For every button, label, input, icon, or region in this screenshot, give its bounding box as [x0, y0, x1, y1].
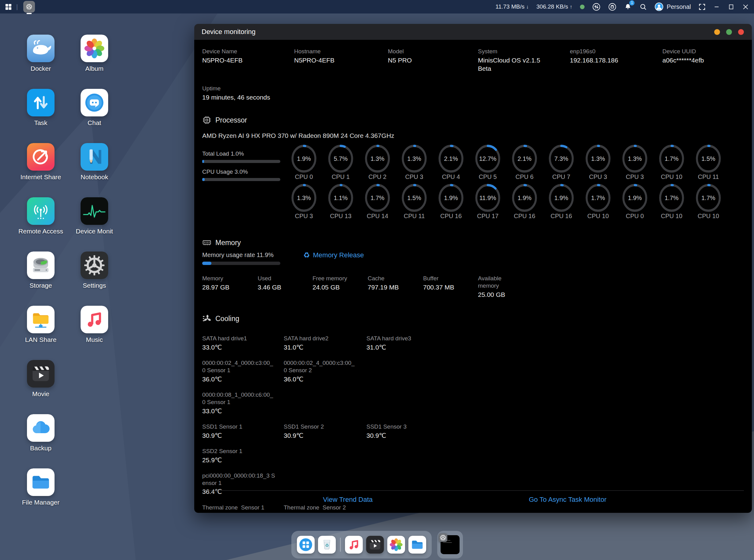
- account-name[interactable]: Personal: [667, 3, 691, 11]
- cpu-core-label: CPU 5: [469, 174, 506, 180]
- cpu-core-label: CPU 1: [322, 174, 359, 180]
- desktop-icon-settings[interactable]: Settings: [67, 252, 121, 289]
- desktop-icon-backup[interactable]: Backup: [14, 414, 68, 452]
- memory-stat-label: Used: [258, 275, 293, 282]
- dock-movie-icon[interactable]: [366, 536, 384, 554]
- cpu-core-gauge: 1.3%CPU 3: [580, 144, 616, 180]
- memory-stat-item: Buffer700.37 MB: [423, 275, 478, 299]
- desktop-icon-label: Docker: [14, 65, 68, 72]
- async-task-monitor-link[interactable]: Go To Async Task Monitor: [529, 496, 607, 504]
- cpu-core-gauge: 1.9%CPU 0: [285, 144, 322, 180]
- cooling-sensor-value: 31.0℃: [366, 343, 744, 352]
- desktop-icon-label: Notebook: [67, 174, 121, 181]
- traffic-light-orange[interactable]: [714, 29, 720, 35]
- desktop-icon-label: Storage: [14, 282, 68, 289]
- desktop-icon-label: Settings: [67, 282, 121, 289]
- cpu-core-gauge: 1.3%CPU 3: [285, 183, 322, 220]
- desktop-icon-internet-share[interactable]: Internet Share: [14, 143, 68, 181]
- cpu-core-label: CPU 13: [322, 213, 359, 220]
- desktop-icon-task[interactable]: Task: [14, 89, 68, 126]
- container-status-icon[interactable]: [608, 3, 616, 11]
- desktop-icon-lan-share[interactable]: LAN Share: [14, 306, 68, 343]
- cooling-sensor-label: pci0000:00_0000:00:18_3 Sensor 1: [202, 472, 276, 487]
- memory-usage-label: Memory usage rate 11.9%: [202, 252, 744, 259]
- close-button[interactable]: [742, 3, 749, 11]
- internet-share-icon: [27, 143, 55, 171]
- search-icon[interactable]: [639, 3, 647, 11]
- cooling-sensor-value: 36.0℃: [202, 375, 284, 383]
- gear-icon: [439, 533, 447, 542]
- desktop-icon-label: Remote Access: [14, 227, 68, 235]
- maximize-button[interactable]: [728, 3, 734, 10]
- cooling-sensor-value: 30.9℃: [202, 431, 284, 440]
- cpu-core-label: CPU 10: [653, 213, 690, 220]
- network-upload-speed: 306.28 KB/s ↑: [536, 3, 572, 10]
- desktop-icon-notebook[interactable]: Notebook: [67, 143, 121, 181]
- minimize-button[interactable]: [713, 3, 720, 10]
- cpu-core-label: CPU 0: [616, 213, 653, 220]
- cpu-core-gauge: 2.1%CPU 6: [506, 144, 543, 180]
- dock-album-icon[interactable]: [387, 536, 405, 554]
- transfer-status-icon[interactable]: [592, 3, 600, 11]
- processor-heading: Processor: [215, 116, 247, 124]
- device-info-label: Model: [388, 48, 478, 55]
- notifications-bell-icon[interactable]: 1: [624, 3, 632, 11]
- cooling-sensor-item: SSD1 Sensor 330.9℃: [366, 423, 744, 440]
- task-icon: [27, 89, 55, 116]
- desktop-icon-remote-access[interactable]: Remote Access: [14, 197, 68, 235]
- cooling-sensor-value: 36.0℃: [284, 375, 366, 383]
- cpu-gauges-area: Total Load 1.0% CPU Usage 3.0% 1.9%CPU 0…: [202, 144, 744, 223]
- dock-music-icon[interactable]: [345, 536, 363, 554]
- memory-stat-value: 700.37 MB: [423, 283, 478, 291]
- desktop-icon-file-manager[interactable]: File Manager: [14, 468, 68, 506]
- status-dot-icon[interactable]: [580, 5, 584, 9]
- cpu-core-gauge: 12.7%CPU 5: [469, 144, 506, 180]
- fullscreen-icon[interactable]: [698, 3, 706, 11]
- cpu-core-gauge: 1.5%CPU 11: [690, 144, 727, 180]
- desktop-icon-album[interactable]: Album: [67, 35, 121, 72]
- dock-running-device-monitor-thumbnail[interactable]: [441, 535, 460, 554]
- cooling-sensor-item: 0000:00:02_4_0000:c3:00_0 Sensor 236.0℃: [284, 359, 366, 383]
- topbar-divider: |: [16, 3, 18, 11]
- device-info-item: SystemMinisCloud OS v2.1.5 Beta: [478, 48, 570, 73]
- start-grid-icon[interactable]: [5, 3, 12, 11]
- active-app-device-monitor[interactable]: [23, 1, 35, 13]
- traffic-light-red[interactable]: [738, 29, 744, 35]
- uptime-block: Uptime 19 minutes, 46 seconds: [202, 85, 744, 101]
- desktop-icon-storage[interactable]: Storage: [14, 252, 68, 289]
- cpu-chip-icon: [202, 116, 212, 125]
- traffic-light-green[interactable]: [726, 29, 732, 35]
- desktop-icon-device-monitor[interactable]: Device Monit: [67, 197, 121, 235]
- cpu-core-gauge: 7.3%CPU 7: [543, 144, 580, 180]
- cpu-core-gauge: 1.5%CPU 11: [396, 183, 433, 220]
- cooling-sensor-row: SATA hard drive133.0℃SATA hard drive231.…: [202, 335, 744, 352]
- account-avatar[interactable]: [655, 2, 663, 11]
- cooling-sensor-row: SSD2 Sensor 125.9℃: [202, 447, 744, 464]
- cooling-sensor-item: SATA hard drive231.0℃: [284, 335, 366, 352]
- cooling-sensor-label: SSD1 Sensor 3: [366, 423, 440, 431]
- window-titlebar[interactable]: Device monitoring: [194, 24, 752, 40]
- cpu-core-gauge: 1.7%CPU 14: [359, 183, 396, 220]
- device-info-label: Device UUID: [662, 48, 744, 55]
- cooling-sensor-grid: SATA hard drive133.0℃SATA hard drive231.…: [202, 335, 744, 513]
- desktop-icon-label: File Manager: [14, 499, 68, 506]
- uptime-value: 19 minutes, 46 seconds: [202, 93, 744, 101]
- desktop-icon-music[interactable]: Music: [67, 306, 121, 343]
- cpu-core-label: CPU 10: [653, 174, 690, 180]
- desktop-icon-docker[interactable]: Docker: [14, 35, 68, 72]
- cooling-sensor-label: 0000:00:02_4_0000:c3:00_0 Sensor 2: [284, 359, 357, 374]
- desktop-icon-label: Device Monit: [67, 227, 121, 235]
- dock-trash-icon[interactable]: ♻: [318, 536, 336, 554]
- memory-release-link[interactable]: ♻ Memory Release: [303, 251, 364, 259]
- svg-text:♻: ♻: [325, 543, 329, 548]
- desktop-icon-chat[interactable]: Chat: [67, 89, 121, 126]
- cpu-core-gauge: 1.7%CPU 10: [653, 183, 690, 220]
- cooling-sensor-row: 0000:00:08_1_0000:c6:00_0 Sensor 133.0℃: [202, 391, 744, 415]
- device-info-value: N5PRO-4EFB: [294, 56, 364, 64]
- desktop-icon-movie[interactable]: Movie: [14, 360, 68, 398]
- dock-launcher-icon[interactable]: [297, 536, 315, 554]
- dock-file-manager-icon[interactable]: [409, 536, 426, 554]
- memory-heading: Memory: [215, 239, 241, 247]
- view-trend-data-link[interactable]: View Trend Data: [323, 496, 373, 504]
- desktop-icon-label: Album: [67, 65, 121, 72]
